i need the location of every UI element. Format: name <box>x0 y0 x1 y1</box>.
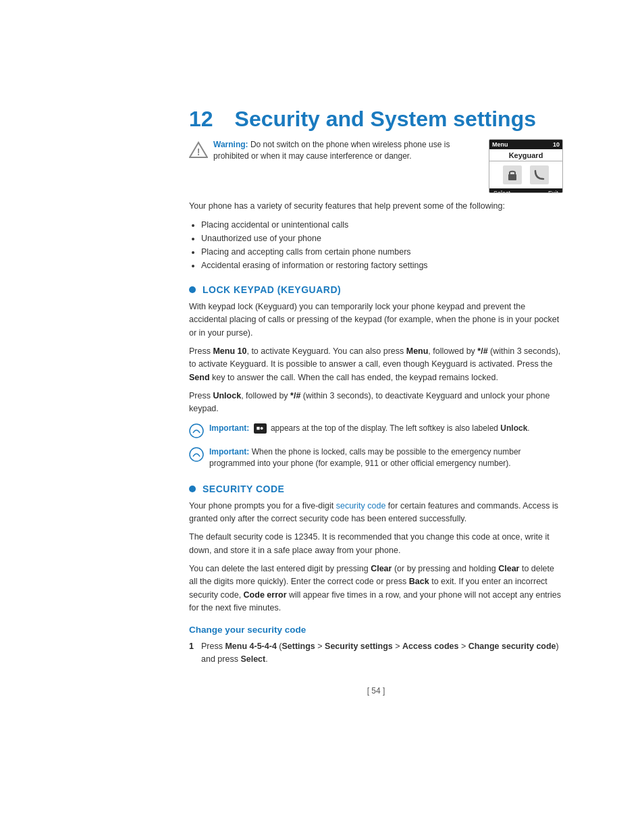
bullet-item: Accidental erasing of information or res… <box>201 259 563 272</box>
lock-keypad-para-2: Press Menu 10, to activate Keyguard. You… <box>189 345 563 384</box>
phone-select-label: Select <box>493 190 510 193</box>
step-number: 1 <box>189 640 197 667</box>
security-code-link[interactable]: security code <box>336 501 386 511</box>
lock-keypad-para-3: Press Unlock, followed by */# (within 3 … <box>189 390 563 416</box>
note-label-2: Important: <box>209 447 249 457</box>
note-icon-2 <box>189 447 204 462</box>
phone-icon-lock <box>503 165 522 184</box>
warning-label: Warning: <box>213 140 248 149</box>
phone-menu-label: Menu <box>492 141 508 148</box>
note-box-1: Important: ■● appears at the top of the … <box>189 421 563 440</box>
section-dot-2 <box>189 486 196 492</box>
step-text: Press Menu 4-5-4-4 (Settings > Security … <box>201 640 563 667</box>
svg-rect-2 <box>508 174 516 180</box>
security-code-para-3: You can delete the last entered digit by… <box>189 563 563 615</box>
lock-icon-inline: ■● <box>254 423 267 434</box>
warning-text: Warning: Do not switch on the phone when… <box>213 139 475 162</box>
phone-icon-phone <box>530 165 549 184</box>
phone-icons-row <box>489 161 562 188</box>
svg-point-4 <box>190 448 203 461</box>
numbered-steps: 1 Press Menu 4-5-4-4 (Settings > Securit… <box>189 640 563 667</box>
page-number: [ 54 ] <box>189 686 563 709</box>
chapter-title: Security and System settings <box>235 108 536 130</box>
svg-point-3 <box>190 424 203 438</box>
bullet-item: Placing and accepting calls from certain… <box>201 245 563 259</box>
warning-body: Do not switch on the phone when wireless… <box>213 140 450 161</box>
bullet-item: Placing accidental or unintentional call… <box>201 218 563 232</box>
note-icon-1 <box>189 423 204 438</box>
chapter-number: 12 <box>189 108 213 130</box>
warning-box: ! Warning: Do not switch on the phone wh… <box>189 139 475 162</box>
lock-keypad-para-1: With keypad lock (Keyguard) you can temp… <box>189 301 563 340</box>
section-security-code-title: SECURITY CODE <box>203 484 284 494</box>
intro-text: Your phone has a variety of security fea… <box>189 200 563 213</box>
top-section: ! Warning: Do not switch on the phone wh… <box>189 139 563 193</box>
note-label-1: Important: <box>209 423 249 433</box>
section-dot <box>189 286 196 293</box>
warning-icon: ! <box>189 140 208 159</box>
security-code-para-2: The default security code is 12345. It i… <box>189 531 563 557</box>
phone-menu-title: Keyguard <box>489 149 562 161</box>
content-area: 12 Security and System settings ! Warnin… <box>0 0 644 763</box>
page: 12 Security and System settings ! Warnin… <box>0 0 644 834</box>
bullet-list: Placing accidental or unintentional call… <box>201 218 563 272</box>
phone-screenshot: Menu 10 Keyguard <box>489 139 563 193</box>
svg-text:!: ! <box>197 147 200 157</box>
note-text-1: Important: ■● appears at the top of the … <box>209 423 530 434</box>
phone-menu-bar: Menu 10 <box>489 140 562 149</box>
chapter-header: 12 Security and System settings <box>189 108 563 130</box>
phone-signal: 10 <box>553 141 560 148</box>
section-lock-keypad-title: LOCK KEYPAD (KEYGUARD) <box>203 284 341 295</box>
phone-exit-label: Exit <box>548 190 558 193</box>
section-security-code-heading: SECURITY CODE <box>189 484 563 494</box>
phone-bottom-bar: Select Exit <box>489 188 562 193</box>
subsection-title: Change your security code <box>189 625 563 635</box>
note-box-2: Important: When the phone is locked, cal… <box>189 445 563 471</box>
section-lock-keypad-heading: LOCK KEYPAD (KEYGUARD) <box>189 284 563 295</box>
step-1: 1 Press Menu 4-5-4-4 (Settings > Securit… <box>189 640 563 667</box>
note-text-2: Important: When the phone is locked, cal… <box>209 446 563 470</box>
security-code-para-1: Your phone prompts you for a five-digit … <box>189 500 563 526</box>
bullet-item: Unauthorized use of your phone <box>201 232 563 245</box>
